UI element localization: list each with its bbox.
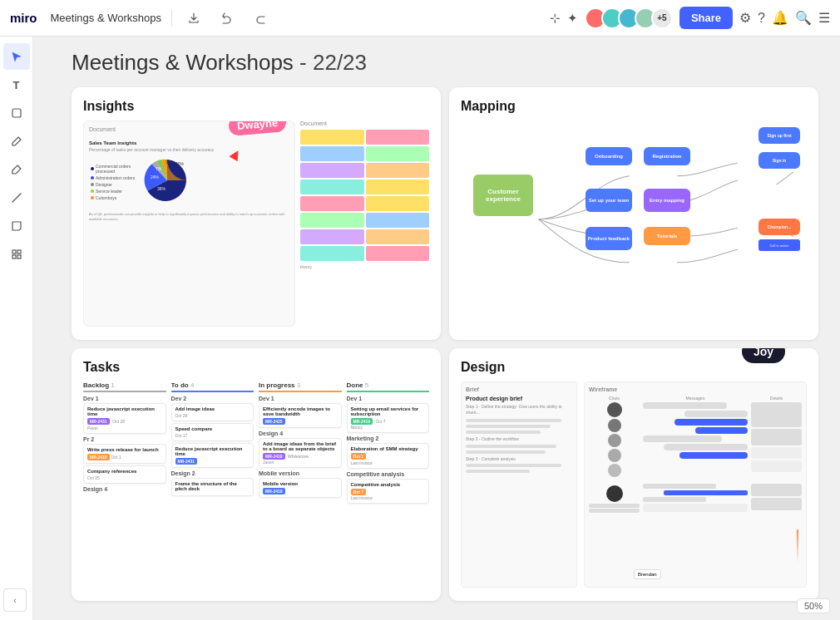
design-panel: Design Joy ▲ Brief Product design brief … — [449, 348, 818, 601]
svg-text:36%: 36% — [157, 186, 166, 191]
task-card-done3[interactable]: Competitive analysis Oct 7 Last invoice — [347, 479, 430, 504]
task-card-done2[interactable]: Elaboration of SMM strategy Oct 1 Last i… — [347, 443, 430, 469]
task-card-pr1[interactable]: Write press release for launch MR-2419Oc… — [83, 444, 166, 464]
wf-row-2-msg-1 — [643, 484, 716, 489]
redo-button[interactable] — [249, 7, 272, 30]
wf-avatar-3 — [608, 434, 621, 447]
wf-chat-col: Chats — [589, 396, 640, 479]
task-card-7[interactable]: Mobile version MR-2419 — [259, 478, 342, 498]
mapping-connections — [461, 121, 807, 327]
signup-first-node: Sign up first — [758, 127, 800, 144]
wf-msg-4 — [695, 427, 748, 434]
line-tool[interactable] — [3, 185, 30, 211]
sticky-12 — [366, 213, 429, 228]
brief-product-title: Product design brief — [466, 396, 572, 401]
topbar-separator — [171, 10, 172, 27]
help-icon[interactable]: ? — [758, 11, 765, 26]
wf-detail-block-3 — [751, 447, 802, 459]
sticky-9 — [300, 196, 363, 211]
left-sidebar: T » ‹ — [0, 37, 33, 620]
dev-section-4: Dev 1 — [347, 396, 430, 401]
sticky-6 — [366, 163, 429, 178]
sticky-8 — [366, 180, 429, 194]
topbar: miro Meetings & Workshops ⊹ ✦ +5 Share ⚙… — [0, 0, 840, 37]
svg-text:6%: 6% — [180, 178, 187, 183]
wf-card-2 — [751, 498, 802, 510]
onboarding-node: Onboarding — [586, 147, 632, 165]
champion-experience-node: Champion... — [758, 219, 800, 235]
design-wireframe: Wireframe Chats Messa — [584, 381, 807, 588]
sticky-tool[interactable] — [3, 213, 30, 239]
share-button[interactable]: Share — [679, 7, 733, 29]
wf-details-label: Details — [751, 396, 802, 401]
design-section-1: Design 4 — [83, 486, 166, 492]
task-card-5[interactable]: Efficiently encode images to save bandwi… — [259, 403, 342, 428]
wf-details-col: Details — [751, 396, 802, 479]
wf-detail-block-4 — [751, 460, 802, 472]
wf-msg-2 — [684, 411, 748, 417]
notifications-icon[interactable]: 🔔 — [772, 10, 788, 26]
wf-text-1 — [589, 504, 640, 508]
todo-column: To do 4 Dev 2 Add image ideas Oct 29 Spe… — [171, 381, 254, 588]
pie-chart: 36% 24% 7% 7% 20% 6% — [142, 155, 192, 209]
svg-rect-3 — [12, 255, 16, 258]
brief-line-4 — [466, 445, 556, 448]
backlog-column: Backlog 1 Dev 1 Reduce javascript execut… — [83, 381, 166, 588]
wireframe-row-2 — [589, 484, 802, 513]
task-card-4[interactable]: Reduce javascript execution time MR-2431 — [171, 443, 254, 468]
wireframe-label: Wireframe — [589, 386, 802, 392]
svg-text:7%: 7% — [156, 166, 162, 171]
inprogress-header: In progress 3 — [259, 381, 342, 392]
design-section-3: Design 4 — [259, 431, 342, 436]
tasks-panel: Tasks Backlog 1 Dev 1 Reduce javascript … — [72, 348, 441, 601]
wf-msg-6 — [664, 444, 748, 450]
task-card-done1[interactable]: Setting up email services for subscripti… — [347, 403, 430, 433]
task-card-pr2[interactable]: Company references Oct 25 — [83, 465, 166, 484]
shape-tool[interactable] — [3, 100, 30, 126]
mapping-panel: Mapping — [449, 87, 818, 340]
wf-msg-5 — [643, 435, 722, 442]
design-section-2: Design 2 — [171, 470, 254, 476]
mapping-title: Mapping — [461, 99, 807, 114]
zoom-indicator[interactable]: 50% — [797, 598, 830, 613]
insights-sticky-area: Document — [300, 121, 429, 327]
sidebar-collapse-button[interactable]: ‹ — [3, 588, 27, 612]
board-list-icon[interactable]: ☰ — [818, 10, 830, 26]
sticky-2 — [366, 130, 429, 145]
export-button[interactable] — [182, 7, 205, 30]
dev-section: Dev 1 — [83, 396, 166, 401]
wf-avatar-4 — [608, 449, 621, 462]
task-card-6[interactable]: Add image ideas from the brief to a boar… — [259, 438, 342, 468]
wf-col-2-1 — [589, 484, 640, 513]
tutorials-node: Tutorials — [644, 227, 690, 245]
cursor-icon: ⊹ — [550, 11, 561, 26]
avatar-count: +5 — [651, 7, 673, 29]
task-card-2[interactable]: Add image ideas Oct 29 — [171, 403, 254, 421]
select-tool[interactable] — [3, 43, 30, 70]
svg-rect-2 — [17, 250, 21, 253]
search-icon[interactable]: 🔍 — [795, 10, 812, 26]
customer-experience-node: Customer experience — [473, 175, 533, 216]
topbar-right: ⊹ ✦ +5 Share ⚙ ? 🔔 🔍 ☰ — [550, 7, 830, 29]
brief-step1: Step 1 - Define the strategy: Give users… — [466, 404, 572, 416]
task-card-design1[interactable]: Frame the structure of the pitch deck — [171, 478, 254, 496]
pen-tool[interactable] — [3, 128, 30, 155]
sticky-label: theory — [300, 264, 429, 269]
insights-title: Insights — [83, 99, 429, 114]
marketing-section: Marketing 2 — [347, 435, 430, 441]
task-card-3[interactable]: Speed compare Oct 17 — [171, 423, 254, 441]
insights-doc: Document Dwayne ▲ Sales Team Insights Pe… — [83, 121, 295, 327]
text-tool[interactable]: T — [3, 71, 30, 98]
brendan-label: Brendan — [634, 569, 661, 579]
template-tool[interactable] — [3, 241, 30, 268]
chart-subtitle: Percentage of tasks per account manager … — [89, 147, 289, 152]
wf-detail-block-1 — [751, 402, 802, 427]
eraser-tool[interactable] — [3, 156, 30, 183]
backlog-header: Backlog 1 — [83, 381, 166, 392]
entry-mapping-node: Entry mapping — [644, 189, 690, 212]
miro-logo: miro — [10, 11, 37, 25]
dev-section-2: Dev 2 — [171, 396, 254, 401]
undo-button[interactable] — [215, 7, 239, 30]
settings-icon[interactable]: ⚙ — [739, 10, 751, 26]
task-card-1[interactable]: Reduce javascript execution time MR-2431… — [83, 403, 166, 434]
